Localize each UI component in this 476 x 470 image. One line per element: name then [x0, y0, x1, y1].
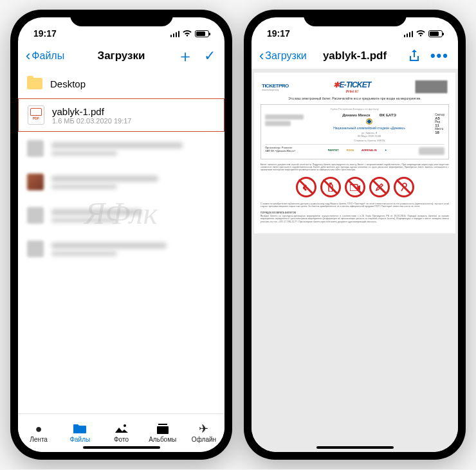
checkmark-button[interactable]: ✓ [204, 48, 215, 64]
event-date: 09 Март 2020 20:00 [304, 134, 435, 138]
organizer2: ЗАО ФК «Динамо-Минск» [265, 149, 295, 152]
svg-point-6 [403, 183, 407, 187]
albums-icon [156, 423, 170, 435]
rules-block-2: С момента приобретения публичного доступ… [261, 203, 449, 208]
notch [70, 10, 173, 26]
add-button[interactable]: ＋ [177, 45, 194, 68]
tab-offline[interactable]: ✈ Офлайн [183, 414, 224, 452]
barcode [416, 80, 448, 93]
photo-icon [114, 423, 129, 435]
notch [304, 10, 407, 26]
more-button[interactable]: ••• [430, 48, 449, 64]
list-item[interactable] [18, 132, 224, 165]
page-title: Загрузки [98, 50, 145, 62]
folder-name: Desktop [50, 78, 86, 89]
club-badge-icon [366, 118, 372, 125]
battery-icon [195, 30, 209, 37]
nav-actions: ••• [408, 48, 449, 64]
files-icon [73, 423, 87, 435]
feed-icon: ● [32, 423, 46, 435]
folder-icon [27, 78, 42, 89]
thumb-icon [27, 240, 44, 257]
team-home: Динамо Минск [342, 113, 370, 117]
price: Стоимость билета: 8 BYN [304, 139, 435, 142]
offline-icon: ✈ [197, 423, 211, 435]
svg-rect-3 [329, 183, 332, 184]
wifi-icon [182, 30, 192, 37]
tab-label: Лента [30, 436, 48, 443]
pdf-page: TICKETPRO www.ticketpro.by ✱E-TICKET Pri… [254, 73, 455, 233]
print-it-label: Print it! [333, 89, 371, 93]
svg-rect-1 [158, 424, 167, 425]
thumb-icon [27, 207, 44, 224]
phone-left: 19:17 ‹ Файлы Загрузки ＋ ✓ Desktop [10, 10, 232, 460]
file-name: yablyk-1.pdf [52, 106, 131, 117]
svg-rect-4 [329, 185, 333, 192]
nav-bar: ‹ Файлы Загрузки ＋ ✓ [18, 43, 224, 69]
eticket-logo: E-TICKET [340, 80, 371, 89]
screen-right: 19:17 ‹ Загрузки yablyk-1.pdf ••• [252, 17, 458, 452]
page-title: yablyk-1.pdf [323, 50, 387, 62]
no-drinks-icon [394, 177, 414, 197]
file-list[interactable]: Desktop PDF yablyk-1.pdf 1.6 МБ 02.03.20… [18, 69, 224, 413]
pdf-viewer[interactable]: TICKETPRO www.ticketpro.by ✱E-TICKET Pri… [252, 69, 458, 452]
partner-logos: PARITET ЯСНА ADRENALIN ✦ [326, 148, 389, 154]
thumb-icon [27, 140, 44, 157]
chevron-left-icon: ‹ [26, 48, 30, 64]
tab-label: Офлайн [192, 436, 216, 443]
phone-right: 19:17 ‹ Загрузки yablyk-1.pdf ••• [244, 10, 466, 460]
signal-icon [170, 30, 180, 37]
signal-icon [404, 30, 414, 37]
no-weapons-icon [296, 177, 316, 197]
back-label: Файлы [32, 50, 64, 62]
status-time: 19:17 [33, 28, 57, 39]
status-time: 19:17 [267, 28, 290, 39]
wifi-icon [416, 30, 426, 37]
rules-block-1: Билет является документом строгой отчетн… [261, 163, 449, 172]
file-row-selected[interactable]: PDF yablyk-1.pdf 1.6 МБ 02.03.2020 19:17 [18, 98, 224, 132]
return-title: ПОРЯДОК ВОЗВРАТА БИЛЕТОВ [261, 212, 449, 214]
status-indicators [404, 30, 443, 37]
nav-actions: ＋ ✓ [177, 45, 215, 68]
no-pyro-icon [369, 177, 390, 197]
tab-label: Фото [114, 436, 129, 443]
svg-point-0 [124, 424, 126, 427]
prohibition-icons [261, 177, 449, 197]
no-camera-icon [345, 177, 365, 197]
list-item[interactable] [18, 165, 224, 199]
share-button[interactable] [408, 50, 420, 62]
battery-icon [428, 30, 443, 37]
list-item[interactable] [18, 199, 224, 232]
back-button[interactable]: ‹ Загрузки [259, 48, 307, 64]
tab-label: Файлы [69, 436, 90, 443]
pdf-icon: PDF [28, 105, 44, 125]
svg-rect-2 [157, 426, 169, 434]
list-item[interactable] [18, 232, 224, 266]
ticket-details: Кубок Республики Беларусь по футболу Дин… [261, 104, 449, 159]
team-away: ФК БАТЭ [379, 113, 396, 117]
stadium: Национальный олимпийский стадион «Динамо… [304, 126, 435, 130]
tab-feed[interactable]: ● Лента [18, 414, 59, 452]
back-button[interactable]: ‹ Файлы [26, 48, 64, 64]
status-indicators [170, 30, 210, 37]
home-indicator[interactable] [83, 446, 160, 449]
screen-left: 19:17 ‹ Файлы Загрузки ＋ ✓ Desktop [18, 17, 224, 452]
ticketpro-logo: TICKETPRO [262, 83, 289, 89]
chevron-left-icon: ‹ [259, 48, 264, 64]
home-indicator[interactable] [316, 446, 394, 449]
folder-row[interactable]: Desktop [18, 69, 224, 98]
seat-value: 18 [435, 131, 439, 134]
rules-block-3: Возврат билета на культурно-зрелищные ме… [261, 215, 449, 223]
nav-bar: ‹ Загрузки yablyk-1.pdf ••• [252, 43, 458, 69]
file-meta: 1.6 МБ 02.03.2020 19:17 [52, 117, 131, 125]
back-label: Загрузки [265, 50, 306, 62]
tab-label: Альбомы [149, 436, 176, 443]
ticket-intro: Это ваш электронный билет. Распечатайте … [261, 96, 449, 100]
svg-rect-5 [350, 185, 358, 191]
thumb-icon [27, 174, 44, 190]
no-bottles-icon [320, 177, 341, 197]
